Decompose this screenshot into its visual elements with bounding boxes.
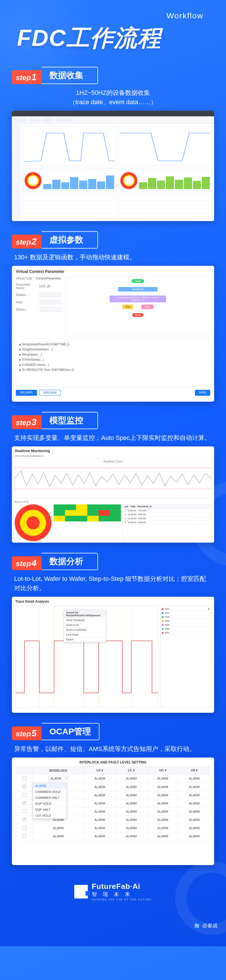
step-5-desc: 异常告警，以邮件、短信、AMS系统等方式告知用户，采取行动。 — [12, 744, 214, 754]
flow-condition[interactable]: IsNull(TID) — [118, 287, 158, 291]
step-title-1: 数据收集 — [41, 67, 98, 84]
step-tag-4: step4 — [12, 556, 41, 570]
flow-true[interactable]: True — [122, 305, 133, 309]
trace-chart-right — [119, 126, 212, 165]
step-3: step3 模型监控 支持实现多变量、单变量监控，Auto Spec上下限实时监… — [12, 412, 214, 542]
row8-checkbox[interactable] — [22, 834, 26, 838]
step-tag-1: step1 — [12, 70, 41, 84]
flow-false[interactable]: False — [142, 305, 153, 309]
interlock-dropdown[interactable]: ALARM CHAMBER HOLD CHAMBER HALT EQP HOLD… — [33, 783, 67, 819]
row3-checkbox[interactable] — [22, 793, 26, 797]
help-input[interactable] — [40, 300, 61, 304]
donut-chart-2 — [119, 168, 212, 193]
step-1-screenshot — [12, 111, 214, 221]
step-title-4: 数据分析 — [41, 553, 98, 570]
step-2: step2 虚拟参数 130+ 数据及逻辑函数，手动拖动快速建模。 Virtua… — [12, 231, 214, 402]
validate-button[interactable]: VALIDATE — [16, 390, 37, 396]
preview-button[interactable]: PREVIEW — [39, 390, 61, 396]
trace-chart-left — [23, 126, 116, 165]
step-title-5: OCAP管理 — [41, 723, 100, 740]
step-tag-2: step2 — [12, 235, 41, 248]
step-title-2: 虚拟参数 — [41, 231, 98, 248]
step-4-screenshot: Trace Detail Analysis Search by Recipe/P… — [12, 597, 214, 713]
step-5-screenshot: INTERLOCK AND FAULT LEVEL SETTING INTERL… — [12, 757, 214, 865]
realtime-chart: Realtime Chart — [15, 458, 211, 498]
interlock-select[interactable]: ALARM — [49, 776, 68, 781]
flow-start[interactable]: Start — [132, 279, 144, 283]
brand-tagline: SHAPING THE FAB OF THE FUTURE — [92, 898, 152, 901]
context-menu[interactable]: Search by Recipe/Param/Lot/Sequence Show… — [63, 610, 106, 642]
step-2-desc: 130+ 数据及逻辑函数，手动拖动快速建模。 — [12, 253, 214, 262]
page-title: FDC工作流程 — [17, 23, 215, 54]
interlock-title: INTERLOCK AND FAULT LEVEL SETTING — [16, 760, 210, 764]
zhihu-attribution: 知 @秦成 — [193, 922, 218, 929]
step-tag-5: step5 — [12, 726, 41, 740]
step-1-desc: 1HZ~50HZ的设备数据收集 （trace date、event data……… — [12, 88, 214, 107]
step-3-desc: 支持实现多变量、单变量监控，Auto Spec上下限实时监控和自动计算。 — [12, 433, 214, 442]
realtime-title: Realtime Monitoring — [15, 449, 211, 453]
row5-checkbox[interactable] — [22, 809, 26, 813]
bullseye-chart — [15, 504, 51, 541]
step-title-3: 模型监控 — [41, 412, 98, 429]
donut-chart-1 — [23, 168, 116, 193]
brand-en: FutureFab·Ai — [92, 882, 152, 891]
flow-diagram: Start IsNull(TID) ContextValue(NEWLOT NE… — [66, 277, 210, 336]
step-4-desc: Lot-to-Lot, Wafer to Wafer, Step-to-Step… — [12, 574, 214, 593]
workflow-label: Workflow — [17, 11, 204, 21]
display-input[interactable] — [40, 293, 61, 297]
footer: FutureFab·Ai 智 现 未 来 SHAPING THE FAB OF … — [0, 882, 226, 901]
step-3-screenshot: Realtime Monitoring PECVDMODEL/MODELA Re… — [12, 446, 214, 542]
interlock-table: INTERLOCK LS ▾ LC ▾ UC ▾ US ▾ ALARM ALAR… — [16, 767, 210, 840]
virtual-param-title: Virtual Context Parameter — [16, 269, 210, 274]
step-5: step5 OCAP管理 异常告警，以邮件、短信、AMS系统等方式告知用户，采取… — [12, 723, 214, 865]
flow-end[interactable]: End — [132, 313, 144, 317]
step-2-screenshot: Virtual Context Parameter Virtual Type :… — [12, 266, 214, 402]
trace-analysis-title: Trace Detail Analysis — [15, 600, 211, 603]
trace-legend: W01● W02 W03 W04 W05 W06 W07 — [160, 606, 211, 708]
data-table-2 — [119, 196, 212, 219]
save-button[interactable]: SAVE — [195, 390, 210, 396]
zhihu-icon: 知 — [193, 922, 201, 929]
row7-checkbox[interactable] — [22, 826, 26, 830]
virtual-param-form: Virtual Type :ContextParameter Parameter… — [16, 277, 61, 336]
function-list: ◈ StringSubstr(ParamID,STARTTIME,1) ◈ St… — [16, 339, 210, 387]
row6-checkbox[interactable] — [22, 818, 26, 821]
step-4: step4 数据分析 Lot-to-Lot, Wafer to Wafer, S… — [12, 553, 214, 713]
logo-icon — [74, 885, 88, 899]
row4-checkbox[interactable] — [22, 801, 26, 805]
data-table-1 — [23, 196, 116, 219]
heatmap — [54, 504, 121, 542]
status-toggle[interactable] — [40, 307, 61, 312]
brand-cn: 智 现 未 来 — [92, 891, 152, 897]
row2-checkbox[interactable] — [22, 785, 26, 789]
trace-step-chart: Search by Recipe/Param/Lot/Sequence Show… — [15, 606, 158, 708]
row1-checkbox[interactable] — [22, 776, 26, 780]
step-1: step1 数据收集 1HZ~50HZ的设备数据收集 （trace date、e… — [12, 67, 214, 221]
flow-branch[interactable]: ContextValue(NEWLOT NEWLOT, Before, Star… — [110, 296, 166, 302]
step-tag-3: step3 — [12, 415, 41, 429]
